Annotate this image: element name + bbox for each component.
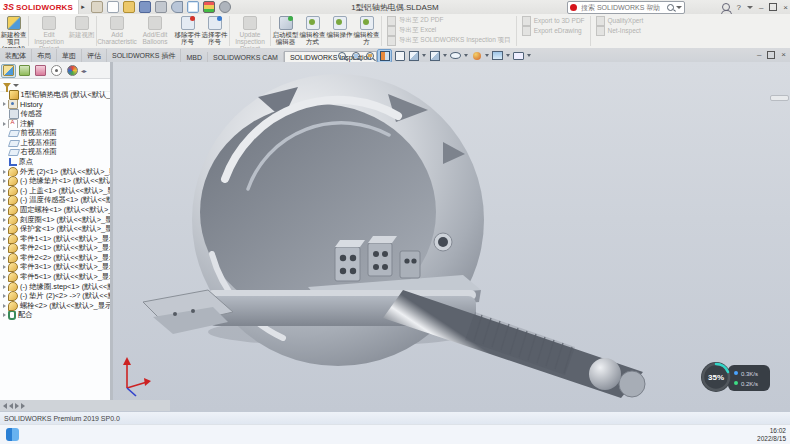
ribbon-button-remove-balloons[interactable]: 移除零件序号 <box>174 14 201 48</box>
tree-row[interactable]: 原点 <box>0 157 110 167</box>
filter-icon[interactable] <box>3 83 11 88</box>
doc-minimize-button[interactable]: – <box>757 50 761 59</box>
ribbon-export-item[interactable]: 导出至 Excel <box>387 26 511 35</box>
tree-row[interactable]: (-) 温度传感器<1> (默认<<默认>_ <box>0 196 110 206</box>
view-settings-button[interactable] <box>512 50 525 62</box>
restore-button[interactable] <box>769 3 777 11</box>
tree-row[interactable]: 零件1<1> (默认<<默认>_显示状态 <box>0 234 110 244</box>
previous-view-button[interactable] <box>363 50 376 62</box>
tree-row[interactable]: (-) 上盖<1> (默认<<默认>_显示状 <box>0 186 110 196</box>
view-orientation-caret-icon[interactable] <box>422 54 426 57</box>
expand-arrow-icon[interactable] <box>3 102 6 106</box>
zoom-fit-button[interactable] <box>335 50 348 62</box>
close-button[interactable]: × <box>783 3 788 12</box>
ribbon-export-item[interactable]: 导出至 SOLIDWORKS Inspection 项目 <box>387 36 511 45</box>
commandmanager-tab[interactable]: MBD <box>181 52 208 62</box>
commandmanager-tab[interactable]: SOLIDWORKS 插件 <box>107 49 181 62</box>
tree-row[interactable]: 1型铝轴热电偶 (默认<默认_显示状态-1> <box>0 90 110 100</box>
ribbon-export-item[interactable]: Export eDrawing <box>522 26 585 35</box>
ribbon-export-item[interactable]: Export to 3D PDF <box>522 16 585 25</box>
tree-row[interactable]: 零件2<2> (默认<<默认>_显示状 <box>0 253 110 263</box>
expand-arrow-icon[interactable] <box>3 198 6 202</box>
ribbon-button-launch-editor[interactable]: 启动模型编辑器 <box>272 14 299 48</box>
ribbon-button-edit-operation[interactable]: 编辑操作 <box>326 14 353 48</box>
search-icon[interactable] <box>667 4 674 11</box>
commandmanager-tab[interactable]: 布局 <box>32 49 57 62</box>
search-caret-icon[interactable] <box>676 6 682 9</box>
ribbon-button-update-project[interactable]: Update Inspection Project <box>231 14 269 48</box>
ribbon-button-select-balloons[interactable]: 选择零件序号 <box>201 14 228 48</box>
search-input[interactable] <box>579 3 665 12</box>
expand-arrow-icon[interactable] <box>3 189 6 193</box>
display-style-button[interactable] <box>428 50 441 62</box>
tree-row[interactable]: 保护套<1> (默认<<默认>_显示状 <box>0 224 110 234</box>
tree-row[interactable]: 右视基准面 <box>0 148 110 158</box>
edit-appearance-button[interactable] <box>470 50 483 62</box>
help-button[interactable]: ? <box>736 3 740 12</box>
tree-row[interactable]: (-) 垫片 (2)<2> ->? (默认<<默认 <box>0 291 110 301</box>
taskbar-clock[interactable]: 16:02 2022/8/15 <box>757 427 786 443</box>
home-button[interactable] <box>91 1 103 13</box>
tab-scroll-arrows[interactable] <box>0 403 28 411</box>
tree-row[interactable]: 刻度圈<1> (默认<<默认>_显示状 <box>0 215 110 225</box>
expand-arrow-icon[interactable] <box>3 275 6 279</box>
view-orientation-button[interactable] <box>407 50 420 62</box>
tree-row[interactable]: 外壳 (2)<1> (默认<<默认>_显示状 <box>0 167 110 177</box>
undo-button[interactable] <box>171 1 183 13</box>
expand-arrow-icon[interactable] <box>3 122 6 126</box>
expand-arrow-icon[interactable] <box>3 208 6 212</box>
3d-model-canvas[interactable]: 0.3K/s 0.2K/s 35% <box>113 62 790 411</box>
tree-row[interactable]: 注解 <box>0 119 110 129</box>
display-style-caret-icon[interactable] <box>443 54 447 57</box>
commandmanager-tab[interactable]: 草图 <box>57 49 82 62</box>
commandmanager-tab[interactable]: 装配体 <box>0 49 32 62</box>
doc-restore-button[interactable] <box>767 51 775 59</box>
widgets-icon[interactable] <box>6 428 19 441</box>
expand-arrow-icon[interactable] <box>3 218 6 222</box>
expand-arrow-icon[interactable] <box>3 227 6 231</box>
filter-caret-icon[interactable] <box>13 84 19 87</box>
print-button[interactable] <box>155 1 167 13</box>
expand-arrow-icon[interactable] <box>3 313 6 317</box>
ribbon-button-edit-inspection[interactable]: 编辑检查方 <box>353 14 380 48</box>
tree-row[interactable]: History <box>0 100 110 110</box>
panel-tab-dimxpert[interactable] <box>49 64 64 78</box>
tree-row[interactable]: 配合 <box>0 311 110 321</box>
ribbon-button-new-view[interactable]: 新建视图 <box>68 14 95 48</box>
tree-row[interactable]: 固定螺栓<1> (默认<<默认>_显示 <box>0 205 110 215</box>
ribbon-button-edit-project[interactable]: Edit Inspection Project <box>30 14 68 48</box>
zoom-area-button[interactable] <box>349 50 362 62</box>
ribbon-button-add-characteristic[interactable]: Add Characteristic <box>98 14 136 48</box>
save-button[interactable] <box>139 1 151 13</box>
expand-arrow-icon[interactable] <box>3 256 6 260</box>
panel-tab-displaymanager[interactable] <box>65 64 80 78</box>
commandmanager-tab[interactable]: SOLIDWORKS CAM <box>208 52 284 62</box>
hide-show-items-caret-icon[interactable] <box>464 54 468 57</box>
tree-row[interactable]: 传感器 <box>0 109 110 119</box>
display-settings-button[interactable] <box>203 1 215 13</box>
ribbon-export-item[interactable]: Net-Inspect <box>596 26 644 35</box>
performance-widget[interactable]: 0.3K/s 0.2K/s 35% <box>701 362 770 392</box>
select-button[interactable] <box>187 1 199 13</box>
commandmanager-tab[interactable]: 评估 <box>82 49 107 62</box>
ribbon-export-item[interactable]: QualityXpert <box>596 16 644 25</box>
tree-row[interactable]: 零件3<1> (默认<<默认>_显示状 <box>0 263 110 273</box>
ribbon-button-edit-method[interactable]: 编辑检查方式 <box>299 14 326 48</box>
tree-row[interactable]: 上视基准面 <box>0 138 110 148</box>
apply-scene-caret-icon[interactable] <box>506 54 510 57</box>
ribbon-export-item[interactable]: 导出至 2D PDF <box>387 16 511 25</box>
minimize-button[interactable]: – <box>759 3 763 12</box>
view-settings-caret-icon[interactable] <box>527 54 531 57</box>
tree-row[interactable]: 前视基准面 <box>0 128 110 138</box>
ribbon-button-balloons[interactable]: Add/Edit Balloons <box>136 14 174 48</box>
ribbon-button-new-project[interactable]: 新建检查项目 (amp;N) <box>0 14 27 48</box>
tree-row[interactable]: 螺栓<2> (默认<<默认>_显示状态 <box>0 301 110 311</box>
help-caret-icon[interactable] <box>747 6 753 9</box>
help-search-box[interactable] <box>567 1 685 14</box>
panel-tab-property[interactable] <box>17 64 32 78</box>
expand-arrow-icon[interactable] <box>3 285 6 289</box>
menu-expand-arrow[interactable]: ▸ <box>81 3 85 11</box>
tree-row[interactable]: 零件2<1> (默认<<默认>_显示状 <box>0 244 110 254</box>
login-icon[interactable] <box>722 3 730 11</box>
expand-arrow-icon[interactable] <box>3 170 6 174</box>
